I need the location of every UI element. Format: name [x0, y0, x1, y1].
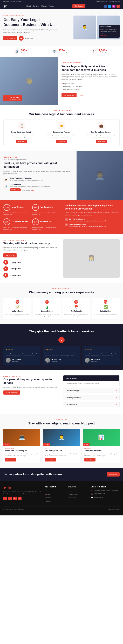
about-more-button[interactable]: More [78, 93, 86, 97]
test-stars-2: ★★★★★ [85, 349, 117, 351]
service-card-2: 💼 Tax Consultant Service We bring the ri… [83, 120, 120, 146]
nav-cta-button[interactable]: Get Started [72, 4, 85, 8]
blog-category-2: Business [84, 448, 118, 449]
faq-question-2[interactable]: Like Long Working ? ▼ [64, 395, 120, 400]
check-icon-1: ✓ [65, 224, 68, 226]
footer-contact-2: ✉️ hello@email.com [91, 496, 120, 498]
logo-icon-1: L [4, 266, 8, 271]
trust-image: 👨‍💼 [76, 151, 123, 200]
step-icon-0: 📝 [5, 305, 30, 309]
about-checklist: Legal Business Corporation Tax Consultan… [62, 82, 120, 91]
service-icon-2: 💼 [98, 122, 104, 129]
hero-services-button[interactable]: Our Services [4, 36, 17, 40]
service-btn-2[interactable]: Learn More [96, 140, 107, 143]
stat-item-2: 💬 1,500+ Individual Clients [92, 48, 109, 54]
footer-service-1[interactable]: Tax Consultant [68, 494, 78, 495]
faq-arrow-3: ▼ [115, 404, 117, 406]
nav-link-gallery[interactable]: Gallery [41, 5, 47, 7]
step-desc-3: Lorem ipsum dolor sit amet consectetur a… [93, 313, 118, 317]
stat-label-0: Company Legal [21, 52, 30, 54]
footer-link-gallery[interactable]: Gallery [45, 497, 50, 498]
cta-button[interactable]: Get Started [107, 472, 120, 476]
phone-footer-icon: 📞 [91, 493, 93, 495]
services-section: Services Provide Our business legal & ta… [0, 105, 123, 151]
blog-image-0: 💻 08 Jan [4, 429, 40, 446]
google-icon[interactable]: g [116, 4, 120, 8]
nav-link-pages[interactable]: Pages [49, 5, 54, 7]
footer-twitter-icon[interactable]: t [8, 497, 12, 500]
market-pct: 74% [31, 190, 34, 192]
hero-play-button[interactable]: ▶ [19, 36, 24, 41]
progress-item-2: 25% Corporation Partner Lorem ipsum dolo… [4, 218, 30, 230]
faq-question-0[interactable]: How To Order ? ▼ [64, 376, 120, 381]
blog-card-2: 📊 24 Jan Business Tips Work Until Limit … [83, 429, 120, 463]
footer-google-icon[interactable]: g [18, 497, 22, 500]
nav-logo[interactable]: Ijin [4, 4, 7, 8]
topbar-email: hello@email.com [96, 1, 107, 2]
footer-link-home[interactable]: Home [45, 490, 50, 492]
footer: ◆ Ijin Lorem ipsum dolor sit amet, conse… [0, 480, 123, 516]
services-grid: 📋 Legal Business Activity We bring the r… [4, 120, 120, 146]
faq-question-3[interactable]: Get Discount ? ▼ [64, 402, 120, 407]
footer-facebook-icon[interactable]: f [4, 497, 7, 500]
hero-learn-link[interactable]: Learn More [25, 38, 33, 39]
faq-item-3: Get Discount ? ▼ Lorem ipsum dolor sit a… [63, 402, 120, 407]
footer-grid: ◆ Ijin Lorem ipsum dolor sit amet, conse… [4, 486, 120, 503]
progress-item-1: 30% Tax Consultant Lorem ipsum dolor sit… [32, 204, 58, 216]
stats-section: 🏛️ 500+ Company Legal ⚖️ 275+ Corporatio… [0, 46, 123, 57]
footer-email: hello@email.com [94, 496, 104, 498]
blog-btn-1[interactable]: Learn More [45, 458, 56, 462]
market-indicator: Top Brands Share Market 74% [10, 188, 51, 193]
footer-link-about[interactable]: About [45, 494, 50, 495]
blog-desc-0: Lorem ipsum dolor sit amet consectetur a… [5, 453, 38, 457]
footer-services-list: Legal Business Tax Consultant Corporatio… [68, 490, 87, 499]
blog-content-1: Tax How To Ngatuks Tiire Lorem ipsum dol… [43, 446, 80, 463]
about-label: About Our Company [62, 62, 120, 64]
footer-service-2[interactable]: Corporation [68, 497, 76, 498]
about-consultant-button[interactable]: Tax Consultant [62, 93, 76, 97]
footer-service-0[interactable]: Legal Business [68, 490, 78, 492]
blog-title: Stay with knowladge to reading our blog … [4, 422, 120, 425]
nav-link-about[interactable]: About [26, 5, 31, 7]
trust-item-text-1: Top Published Lorem ipsum dolor sit amet… [10, 184, 51, 193]
instagram-icon[interactable]: in [112, 4, 116, 8]
hero-card: Tax Consultant Lorem ipsum dolor sit ame… [99, 24, 120, 38]
location-icon: 📍 [91, 490, 93, 492]
trust-item-0: 🎓 World Graduation Team Work Lorem ipsum… [4, 178, 73, 182]
partners-cta-button[interactable]: Get a Quote [4, 253, 16, 258]
faq-question-1[interactable]: Like The Package ? ▼ [64, 388, 120, 393]
progress-check-text-1: Certification Team Work Lorem ipsum dolo… [69, 224, 106, 228]
blog-btn-0[interactable]: Learn More [5, 458, 16, 462]
hero-card-link[interactable]: Learn More [100, 35, 108, 36]
footer-instagram-icon[interactable]: in [13, 497, 17, 500]
faq-item-1: Like The Package ? ▼ Lorem ipsum dolor s… [63, 388, 120, 393]
facebook-icon[interactable]: f [104, 4, 107, 8]
testimonials-play-button[interactable]: ▶ [58, 337, 64, 343]
logo-item-0: L Logoipsum [4, 260, 60, 265]
topbar-right: hello@email.com hello@email.com [96, 1, 120, 2]
blog-btn-2[interactable]: Learn More [84, 458, 96, 462]
talk-button[interactable]: 📞 Lets Talk Now (+62) 123 456 789 [4, 95, 22, 101]
about-image: 👋 📞 Lets Talk Now (+62) 123 456 789 [0, 57, 58, 105]
market-label: Share Market [22, 190, 30, 192]
nav-links: About Services Gallery Pages [26, 5, 54, 7]
trust-content: Work With Us Trust us, we have professio… [0, 151, 76, 200]
twitter-icon[interactable]: t [108, 4, 112, 8]
trust-badge: Top Brands [10, 188, 21, 192]
stat-label-1: Corporation Partner [58, 52, 70, 54]
test-author-2: Mr.John Doe Customer [85, 358, 117, 363]
check-title-0: Easy Working Process [69, 218, 106, 220]
progress-circle-1: 30% [32, 204, 39, 211]
test-text-0: Lorem ipsum dolor sit amet, consectetur … [6, 352, 38, 356]
service-btn-0[interactable]: Learn More [16, 140, 28, 143]
blog-desc-1: Lorem ipsum dolor sit amet consectetur a… [45, 453, 78, 457]
footer-link-contact[interactable]: Contact [45, 500, 51, 502]
service-title-2: Tax Consultant Service [86, 131, 117, 133]
nav-link-services[interactable]: Services [33, 5, 39, 7]
service-btn-1[interactable]: Learn More [56, 140, 67, 143]
progress-desc-0: Lorem ipsum dolor sit amet consectetur a… [4, 212, 30, 216]
step-desc-0: Lorem ipsum dolor sit amet consectetur a… [5, 313, 30, 317]
test-card-0: ★★★★★ Lorem ipsum dolor sit amet, consec… [4, 346, 40, 365]
blog-category-1: Tax [45, 448, 78, 449]
faq-all-button[interactable]: Find All Question [4, 390, 20, 394]
